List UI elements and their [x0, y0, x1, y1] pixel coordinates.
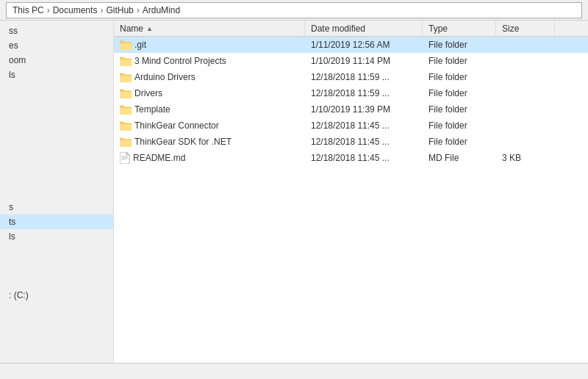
col-header-type[interactable]: Type — [423, 21, 496, 36]
file-row[interactable]: Drivers 12/18/2018 11:59 ... File folder — [114, 85, 588, 101]
breadcrumb-sep-1: › — [47, 5, 50, 15]
file-row[interactable]: .git 1/11/2019 12:56 AM File folder — [114, 37, 588, 53]
file-cell-type: MD File — [423, 153, 496, 163]
address-bar: This PC › Documents › GitHub › ArduMind — [0, 0, 588, 21]
file-cell-date: 1/10/2019 11:14 PM — [305, 56, 423, 66]
sort-arrow-name: ▲ — [146, 25, 153, 32]
column-headers: Name ▲ Date modified Type Size — [114, 21, 588, 37]
file-cell-date: 12/18/2018 11:45 ... — [305, 153, 423, 163]
file-cell-date: 12/18/2018 11:45 ... — [305, 137, 423, 147]
sidebar-item-c-drive[interactable]: : (C:) — [0, 288, 113, 303]
file-cell-name: .git — [114, 40, 305, 50]
sidebar-item-ls[interactable]: ls — [0, 68, 113, 82]
sidebar-item-s[interactable]: s — [0, 200, 113, 214]
sidebar-item-oom[interactable]: oom — [0, 53, 113, 68]
file-cell-name: ThinkGear SDK for .NET — [114, 137, 305, 147]
breadcrumb-this-pc[interactable]: This PC — [12, 5, 44, 15]
file-cell-size: 3 KB — [496, 153, 555, 163]
file-row[interactable]: ThinkGear SDK for .NET 12/18/2018 11:45 … — [114, 134, 588, 150]
col-header-date[interactable]: Date modified — [305, 21, 423, 36]
file-list: .git 1/11/2019 12:56 AM File folder 3 Mi… — [114, 37, 588, 363]
folder-icon — [120, 137, 132, 147]
file-name-text: 3 Mind Control Projects — [135, 56, 226, 66]
file-name-text: Drivers — [135, 88, 162, 98]
file-cell-type: File folder — [423, 88, 496, 98]
folder-icon — [120, 57, 132, 66]
sidebar-item-ts[interactable]: ts — [0, 214, 113, 229]
file-cell-date: 12/18/2018 11:59 ... — [305, 72, 423, 82]
file-cell-type: File folder — [423, 137, 496, 147]
folder-icon — [120, 105, 132, 115]
folder-icon — [120, 121, 132, 131]
file-cell-date: 12/18/2018 11:45 ... — [305, 120, 423, 131]
file-cell-name: Template — [114, 104, 305, 115]
file-cell-type: File folder — [423, 104, 496, 115]
folder-icon — [120, 40, 132, 50]
file-cell-name: Drivers — [114, 88, 305, 98]
file-cell-name: Arduino Drivers — [114, 72, 305, 82]
sidebar: ss es oom ls s ts ls : (C:) — [0, 21, 114, 363]
file-cell-date: 1/11/2019 12:56 AM — [305, 40, 423, 50]
file-name-text: ThinkGear SDK for .NET — [135, 137, 232, 147]
file-cell-type: File folder — [423, 72, 496, 82]
main-layout: ss es oom ls s ts ls : (C:) Name ▲ Date … — [0, 21, 588, 363]
file-cell-type: File folder — [423, 40, 496, 50]
file-icon — [120, 152, 130, 164]
breadcrumb[interactable]: This PC › Documents › GitHub › ArduMind — [6, 2, 582, 18]
folder-icon — [120, 89, 132, 98]
col-header-size[interactable]: Size — [496, 21, 555, 36]
file-area: Name ▲ Date modified Type Size .git — [114, 21, 588, 363]
file-cell-type: File folder — [423, 120, 496, 131]
file-name-text: ThinkGear Connector — [135, 120, 219, 131]
file-row[interactable]: Template 1/10/2019 11:39 PM File folder — [114, 101, 588, 118]
file-name-text: .git — [135, 40, 146, 50]
file-cell-date: 1/10/2019 11:39 PM — [305, 104, 423, 115]
file-row[interactable]: README.md 12/18/2018 11:45 ... MD File 3… — [114, 150, 588, 166]
file-row[interactable]: 3 Mind Control Projects 1/10/2019 11:14 … — [114, 53, 588, 69]
breadcrumb-sep-2: › — [100, 5, 103, 15]
sidebar-item-ls2[interactable]: ls — [0, 229, 113, 244]
file-cell-name: README.md — [114, 152, 305, 164]
file-name-text: Arduino Drivers — [135, 72, 196, 82]
file-row[interactable]: ThinkGear Connector 12/18/2018 11:45 ...… — [114, 118, 588, 134]
col-header-name[interactable]: Name ▲ — [114, 21, 305, 36]
folder-icon — [120, 73, 132, 82]
breadcrumb-sep-3: › — [137, 5, 140, 15]
file-name-text: README.md — [133, 153, 185, 163]
file-name-text: Template — [135, 104, 171, 115]
breadcrumb-documents[interactable]: Documents — [53, 5, 98, 15]
status-bar — [0, 363, 588, 379]
sidebar-item-es[interactable]: es — [0, 38, 113, 53]
file-row[interactable]: Arduino Drivers 12/18/2018 11:59 ... Fil… — [114, 69, 588, 85]
sidebar-item-ss[interactable]: ss — [0, 24, 113, 38]
file-cell-name: ThinkGear Connector — [114, 120, 305, 131]
breadcrumb-github[interactable]: GitHub — [106, 5, 133, 15]
file-cell-name: 3 Mind Control Projects — [114, 56, 305, 66]
file-cell-date: 12/18/2018 11:59 ... — [305, 88, 423, 98]
file-cell-type: File folder — [423, 56, 496, 66]
breadcrumb-ardumind[interactable]: ArduMind — [143, 5, 180, 15]
